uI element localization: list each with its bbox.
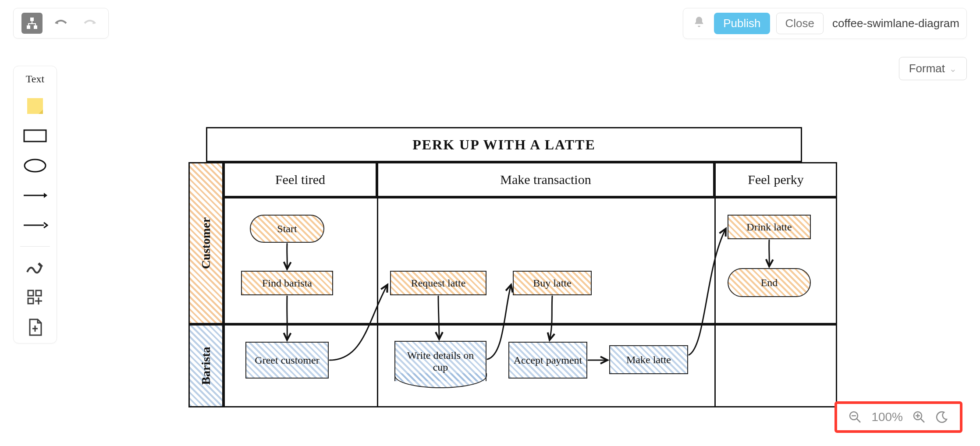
lane-barista[interactable]: Barista [188, 324, 224, 407]
node-make-latte[interactable]: Make latte [609, 345, 688, 374]
redo-icon[interactable] [79, 13, 100, 34]
node-start[interactable]: Start [250, 215, 324, 243]
phase-feel-tired[interactable]: Feel tired [224, 162, 377, 197]
phase-make-transaction[interactable]: Make transaction [377, 162, 714, 197]
svg-rect-8 [28, 290, 33, 296]
add-shapes-tool[interactable] [22, 289, 48, 306]
dark-mode-icon[interactable] [935, 411, 948, 424]
rectangle-tool[interactable] [22, 127, 48, 145]
node-greet-customer[interactable]: Greet customer [245, 342, 329, 379]
phase-feel-perky[interactable]: Feel perky [714, 162, 837, 197]
phase-divider-2 [714, 197, 716, 407]
zoom-controls-highlighted: 100% [834, 401, 962, 433]
palette-text-label[interactable]: Text [26, 73, 44, 85]
document-toolbar: Publish Close coffee-swimlane-diagram [683, 8, 967, 39]
svg-rect-9 [36, 290, 41, 296]
bell-icon[interactable] [690, 16, 708, 31]
undo-icon[interactable] [50, 13, 71, 34]
history-toolbar [13, 8, 109, 39]
node-end[interactable]: End [728, 268, 811, 297]
svg-rect-10 [28, 298, 33, 304]
svg-line-15 [921, 419, 924, 422]
pool-title[interactable]: PERK UP WITH A LATTE [206, 127, 802, 162]
chevron-down-icon: ⌄ [949, 64, 957, 74]
zoom-in-icon[interactable] [913, 411, 926, 424]
svg-rect-2 [34, 25, 37, 29]
svg-line-12 [857, 419, 860, 422]
publish-button[interactable]: Publish [714, 13, 770, 34]
svg-rect-0 [30, 18, 34, 21]
hierarchy-icon[interactable] [21, 13, 43, 34]
zoom-out-icon[interactable] [849, 411, 862, 424]
arrow-solid-tool[interactable] [22, 187, 48, 204]
svg-point-5 [25, 159, 46, 172]
node-request-latte[interactable]: Request latte [390, 271, 486, 295]
add-page-tool[interactable] [22, 319, 48, 336]
phase-divider-1 [377, 197, 378, 407]
diagram-canvas[interactable]: PERK UP WITH A LATTE Customer Barista Fe… [188, 127, 802, 407]
node-drink-latte[interactable]: Drink latte [728, 215, 811, 239]
document-name: coffee-swimlane-diagram [830, 17, 959, 30]
palette-divider [20, 246, 50, 247]
node-accept-payment[interactable]: Accept payment [508, 342, 587, 379]
shapes-palette: Text [13, 66, 57, 343]
svg-rect-1 [27, 25, 30, 29]
arrow-open-tool[interactable] [22, 216, 48, 234]
node-write-details[interactable]: Write details on cup [394, 341, 486, 381]
node-find-barista[interactable]: Find barista [241, 271, 333, 295]
svg-rect-4 [24, 130, 46, 142]
swimlane-pool[interactable]: PERK UP WITH A LATTE Customer Barista Fe… [188, 127, 802, 407]
format-dropdown[interactable]: Format ⌄ [899, 57, 967, 80]
format-label: Format [909, 62, 945, 75]
node-buy-latte[interactable]: Buy latte [513, 271, 592, 295]
zoom-level[interactable]: 100% [871, 410, 903, 424]
freehand-tool[interactable] [22, 259, 48, 276]
lane-labels: Customer Barista [188, 162, 224, 407]
close-button[interactable]: Close [776, 13, 824, 34]
sticky-note-tool[interactable] [22, 97, 48, 115]
svg-rect-3 [27, 98, 43, 114]
ellipse-tool[interactable] [22, 157, 48, 174]
lane-customer[interactable]: Customer [188, 162, 224, 324]
